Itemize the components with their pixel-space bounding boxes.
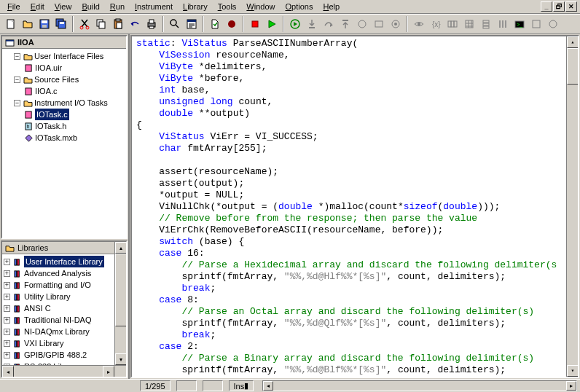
- debug3-button[interactable]: [388, 16, 404, 32]
- scroll-up-icon[interactable]: ▴: [567, 36, 579, 48]
- collapse-icon[interactable]: −: [14, 77, 20, 83]
- library-item[interactable]: + Advanced Analysis: [4, 267, 125, 279]
- svg-rect-59: [15, 317, 17, 323]
- expand-icon[interactable]: +: [4, 270, 10, 277]
- scroll-thumb[interactable]: [567, 48, 579, 85]
- tree-file-iotask-h[interactable]: h IOTask.h: [4, 120, 125, 132]
- misc2-button[interactable]: [545, 16, 561, 32]
- save-button[interactable]: [36, 16, 52, 32]
- restore-button[interactable]: 🗗: [553, 1, 565, 12]
- tree-file-iotask-c[interactable]: IOTask.c: [4, 109, 125, 120]
- library-item[interactable]: + NI-DAQmx Library: [4, 326, 125, 337]
- continue-button[interactable]: [287, 16, 303, 32]
- menu-window[interactable]: Window: [242, 1, 279, 12]
- scroll-down-icon[interactable]: ▾: [567, 365, 579, 377]
- expand-icon[interactable]: +: [4, 352, 10, 358]
- libraries-tree[interactable]: Libraries + User Interface Library+ Adva…: [1, 240, 128, 378]
- thread-button[interactable]: [495, 16, 511, 32]
- library-item[interactable]: + Traditional NI-DAQ: [4, 314, 125, 326]
- print-button[interactable]: [144, 16, 160, 32]
- menu-edit[interactable]: Edit: [26, 1, 49, 12]
- scroll-up-icon[interactable]: ▴: [115, 242, 127, 254]
- expand-icon[interactable]: +: [4, 340, 10, 347]
- menu-view[interactable]: View: [50, 1, 77, 12]
- find-button[interactable]: [167, 16, 183, 32]
- expand-icon[interactable]: +: [4, 259, 10, 265]
- step-out-button[interactable]: [337, 16, 353, 32]
- svg-rect-62: [17, 329, 20, 334]
- mem-button[interactable]: [461, 16, 477, 32]
- save-all-button[interactable]: [53, 16, 69, 32]
- svg-rect-52: [17, 270, 20, 276]
- stack-button[interactable]: [478, 16, 494, 32]
- library-item[interactable]: + Utility Library: [4, 291, 125, 302]
- vars-button[interactable]: {x}: [428, 16, 444, 32]
- menu-build[interactable]: Build: [77, 1, 103, 12]
- svg-rect-2: [42, 20, 47, 23]
- scroll-down-icon[interactable]: ▾: [115, 353, 127, 365]
- open-file-button[interactable]: [20, 16, 36, 32]
- tree-folder-src[interactable]: − Source Files: [4, 74, 125, 85]
- build-button[interactable]: [207, 16, 223, 32]
- array-button[interactable]: [444, 16, 461, 32]
- copy-button[interactable]: [93, 16, 109, 32]
- menu-help[interactable]: Help: [318, 1, 344, 12]
- step-into-button[interactable]: [304, 16, 320, 32]
- project-tree-header: IIOA: [2, 36, 126, 49]
- scroll-right-icon[interactable]: ▸: [103, 366, 114, 377]
- expand-icon[interactable]: +: [4, 305, 10, 312]
- breakpoint-button[interactable]: [224, 16, 240, 32]
- collapse-icon[interactable]: −: [14, 53, 20, 60]
- menu-options[interactable]: Options: [281, 1, 318, 12]
- menu-tools[interactable]: Tools: [213, 1, 241, 12]
- tree-file-iotask-mxb[interactable]: IOTask.mxb: [4, 132, 125, 144]
- svg-point-28: [394, 23, 397, 26]
- hscroll-right-icon[interactable]: ▸: [566, 381, 576, 391]
- libraries-scrollbar-h[interactable]: ◂ ▸: [2, 365, 126, 377]
- menu-file[interactable]: File: [3, 1, 25, 12]
- watch-button[interactable]: [411, 16, 427, 32]
- library-item[interactable]: + VXI Library: [4, 337, 125, 349]
- paste-button[interactable]: [110, 16, 126, 32]
- tree-folder-io[interactable]: − Instrument I/O Tasks: [4, 97, 125, 109]
- library-item[interactable]: + GPIB/GPIB 488.2: [4, 349, 125, 361]
- library-item[interactable]: + ANSI C: [4, 302, 125, 314]
- output-button[interactable]: >_: [512, 16, 528, 32]
- menu-run[interactable]: Run: [106, 1, 129, 12]
- expand-icon[interactable]: +: [4, 282, 10, 289]
- cut-button[interactable]: [77, 16, 93, 32]
- editor-scrollbar-v[interactable]: ▴ ▾: [566, 36, 578, 377]
- svg-rect-36: [483, 23, 489, 26]
- expand-icon[interactable]: +: [4, 329, 10, 335]
- library-item[interactable]: + User Interface Library: [4, 256, 125, 267]
- tree-file-uir[interactable]: IIOA.uir: [4, 62, 125, 74]
- run-button[interactable]: [264, 16, 280, 32]
- misc1-button[interactable]: [528, 16, 544, 32]
- close-button[interactable]: ✕: [565, 1, 577, 12]
- properties-button[interactable]: [184, 16, 200, 32]
- tree-file-c[interactable]: IIOA.c: [4, 85, 125, 97]
- debug2-button[interactable]: [371, 16, 387, 32]
- menu-library[interactable]: Library: [179, 1, 212, 12]
- scroll-thumb[interactable]: [115, 254, 127, 326]
- scroll-left-icon[interactable]: ◂: [2, 366, 14, 377]
- collapse-icon[interactable]: −: [14, 100, 20, 106]
- svg-rect-31: [448, 21, 451, 27]
- step-over-button[interactable]: [321, 16, 337, 32]
- code-editor[interactable]: static: ViStatus ParseASCIINumberArray( …: [130, 35, 579, 378]
- libraries-scrollbar[interactable]: ▴ ▾: [114, 242, 126, 377]
- expand-icon[interactable]: +: [4, 294, 10, 300]
- main-area: IIOA − User Interface Files IIOA.uir − S…: [0, 34, 580, 379]
- tree-folder-ui[interactable]: − User Interface Files: [4, 50, 125, 62]
- new-file-button[interactable]: [3, 16, 19, 32]
- svg-rect-21: [252, 21, 258, 27]
- expand-icon[interactable]: +: [4, 317, 10, 324]
- debug1-button[interactable]: [354, 16, 370, 32]
- hscroll-left-icon[interactable]: ◂: [263, 381, 273, 391]
- library-item[interactable]: + Formatting and I/O: [4, 279, 125, 291]
- stop-button[interactable]: [247, 16, 263, 32]
- undo-button[interactable]: [127, 16, 143, 32]
- menu-instrument[interactable]: Instrument: [130, 1, 177, 12]
- minimize-button[interactable]: _: [541, 1, 552, 12]
- project-tree[interactable]: IIOA − User Interface Files IIOA.uir − S…: [1, 35, 128, 239]
